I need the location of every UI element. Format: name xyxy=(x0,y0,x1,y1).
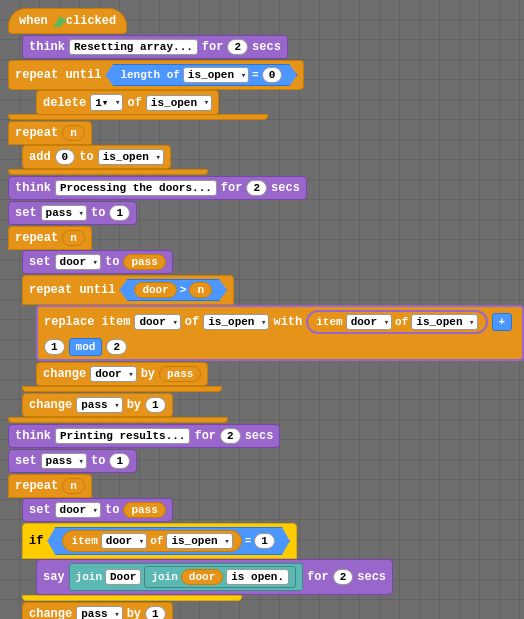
if-condition: item door of is_open = 1 xyxy=(47,527,289,555)
add-list-drop[interactable]: is_open xyxy=(98,149,164,165)
hat-block: when clicked xyxy=(8,8,524,34)
item-door-drop[interactable]: door xyxy=(346,314,392,330)
say-dur: 2 xyxy=(333,569,354,585)
change-by-label-p1: by xyxy=(127,398,141,412)
for-label-3: for xyxy=(194,429,216,443)
gt-label: > xyxy=(180,284,187,296)
if-eq-val: 1 xyxy=(254,533,275,549)
think-label-3: think xyxy=(15,429,51,443)
change-label-p2: change xyxy=(29,607,72,619)
join-is-open-val: is open. xyxy=(226,569,289,585)
if-block: if item door of is_open = 1 xyxy=(22,523,524,601)
item-label: item xyxy=(316,316,342,328)
clicked-label: clicked xyxy=(66,14,116,28)
change-by-label-p2: by xyxy=(127,607,141,619)
repeat-label-2: repeat xyxy=(15,231,58,245)
say-secs-label: secs xyxy=(357,570,386,584)
if-item-label: item xyxy=(71,535,97,547)
set-label-1: set xyxy=(15,206,37,220)
join-label-2: join xyxy=(151,571,177,583)
door-cond-var: door xyxy=(134,282,176,298)
set-to-label-2: to xyxy=(91,454,105,468)
set-door-drop-2[interactable]: door xyxy=(55,502,101,518)
delete-item-drop[interactable]: 1▾ xyxy=(90,94,123,111)
set-to-label-1: to xyxy=(91,206,105,220)
set-door-drop-1[interactable]: door xyxy=(55,254,101,270)
if-item-list-drop[interactable]: is_open xyxy=(166,533,232,549)
eq-label-1: = xyxy=(252,69,259,81)
think-text-3: Printing results... xyxy=(55,428,190,444)
repeat-n-block-1: repeat n add 0 to is_open xyxy=(8,121,524,175)
add-val: 0 xyxy=(55,149,76,165)
add-label: add xyxy=(29,150,51,164)
replace-label: replace item xyxy=(44,315,130,329)
length-label: length of xyxy=(120,69,179,81)
think-dur-1: 2 xyxy=(227,39,248,55)
repeat-n-val-1: n xyxy=(62,125,85,141)
think-label-2: think xyxy=(15,181,51,195)
say-block: say join Door join door is open. xyxy=(36,559,524,595)
repeat-label-3: repeat xyxy=(15,479,58,493)
repeat-until-label-1: repeat until xyxy=(15,68,101,82)
if-item-drop[interactable]: door xyxy=(101,533,147,549)
change-pass-drop-1[interactable]: pass xyxy=(76,397,122,413)
join-label-1: join xyxy=(76,571,102,583)
think-text-2: Processing the doors... xyxy=(55,180,217,196)
repeat-n-block-2: repeat n set door to pass repeat until xyxy=(8,226,524,423)
if-eq-label: = xyxy=(245,535,252,547)
set-door-val-2: pass xyxy=(123,502,165,518)
set-label-d1: set xyxy=(29,255,51,269)
delete-list-drop[interactable]: is_open xyxy=(146,95,212,111)
n-cond-var: n xyxy=(189,282,212,298)
delete-of-label: of xyxy=(127,96,141,110)
length-eq-val: 0 xyxy=(262,67,283,83)
for-label-2: for xyxy=(221,181,243,195)
replace-list-drop[interactable]: is_open xyxy=(203,314,269,330)
change-door-block-1: change door by pass xyxy=(36,362,524,386)
repeat-n-block-3: repeat n set door to pass if xyxy=(8,474,524,619)
change-label-d1: change xyxy=(43,367,86,381)
change-pass-by-val-1: 1 xyxy=(145,397,166,413)
if-label: if xyxy=(29,534,43,548)
green-flag-icon xyxy=(53,15,61,27)
think-block-1: think Resetting array... for 2 secs xyxy=(22,35,524,59)
item-list-drop[interactable]: is_open xyxy=(411,314,477,330)
set-to-label-d2: to xyxy=(105,503,119,517)
set-var-drop-1[interactable]: pass xyxy=(41,205,87,221)
set-val-1: 1 xyxy=(109,205,130,221)
repeat-n-val-3: n xyxy=(62,478,85,494)
set-val-2: 1 xyxy=(109,453,130,469)
change-pass-drop-2[interactable]: pass xyxy=(76,606,122,619)
repeat-label-1: repeat xyxy=(15,126,58,140)
plus-val: 1 xyxy=(44,339,65,355)
length-condition: length of is_open = 0 xyxy=(105,64,297,86)
change-door-by-val-1: pass xyxy=(159,366,201,382)
set-var-drop-2[interactable]: pass xyxy=(41,453,87,469)
replace-item-drop[interactable]: door xyxy=(134,314,180,330)
secs-label-1: secs xyxy=(252,40,281,54)
set-to-label-d1: to xyxy=(105,255,119,269)
change-door-drop-1[interactable]: door xyxy=(90,366,136,382)
add-block: add 0 to is_open xyxy=(22,145,524,169)
replace-with-label: with xyxy=(273,315,302,329)
set-door-block-2: set door to pass xyxy=(22,498,524,522)
change-pass-block-1: change pass by 1 xyxy=(22,393,524,417)
door-gt-n-cond: door > n xyxy=(119,279,227,301)
length-list-drop[interactable]: is_open xyxy=(183,67,249,83)
mod-label: mod xyxy=(69,338,103,356)
think-dur-2: 2 xyxy=(246,180,267,196)
think-block-2: think Processing the doors... for 2 secs xyxy=(8,176,524,200)
secs-label-2: secs xyxy=(271,181,300,195)
set-pass-block-1: set pass to 1 xyxy=(8,201,524,225)
say-for-label: for xyxy=(307,570,329,584)
mod-val: 2 xyxy=(106,339,127,355)
repeat-n-val-2: n xyxy=(62,230,85,246)
replace-of-label: of xyxy=(185,315,199,329)
item-of-label: of xyxy=(395,316,408,328)
repeat-until-block-1: repeat until length of is_open = 0 delet… xyxy=(8,60,524,120)
join-door-val: Door xyxy=(105,569,141,585)
if-item-of-label: of xyxy=(150,535,163,547)
plus-label: + xyxy=(492,313,513,331)
delete-label: delete xyxy=(43,96,86,110)
say-label: say xyxy=(43,570,65,584)
